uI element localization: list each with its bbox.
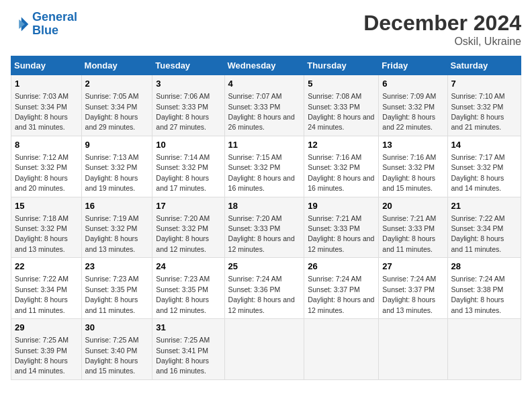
day-number: 24: [156, 261, 220, 273]
calendar-cell: 14Sunrise: 7:17 AMSunset: 3:32 PMDayligh…: [447, 136, 521, 197]
location-subtitle: Oskil, Ukraine: [363, 36, 521, 48]
sunrise: Sunrise: 7:20 AM: [228, 214, 282, 222]
sunset: Sunset: 3:32 PM: [85, 163, 138, 171]
sunrise: Sunrise: 7:23 AM: [85, 275, 139, 283]
sunset: Sunset: 3:33 PM: [228, 224, 281, 232]
calendar-body: 1Sunrise: 7:03 AMSunset: 3:34 PMDaylight…: [11, 75, 521, 380]
sunset: Sunset: 3:32 PM: [156, 163, 208, 171]
sunset: Sunset: 3:32 PM: [15, 224, 67, 232]
day-number: 5: [308, 78, 375, 90]
day-number: 18: [228, 200, 301, 212]
calendar-cell: [379, 319, 447, 380]
col-thursday: Thursday: [304, 56, 379, 75]
day-number: 9: [85, 139, 149, 151]
day-number: 1: [15, 78, 78, 90]
daylight: Daylight: 8 hours and 15 minutes.: [382, 174, 435, 192]
daylight: Daylight: 8 hours and 22 minutes.: [382, 113, 435, 131]
daylight: Daylight: 8 hours and 11 minutes.: [85, 295, 138, 314]
sunset: Sunset: 3:34 PM: [15, 103, 67, 111]
sunrise: Sunrise: 7:07 AM: [228, 92, 282, 100]
logo-text: General Blue: [32, 11, 77, 38]
daylight: Daylight: 8 hours and 12 minutes.: [308, 295, 374, 314]
sunset: Sunset: 3:41 PM: [156, 347, 208, 355]
calendar-row: 15Sunrise: 7:18 AMSunset: 3:32 PMDayligh…: [11, 197, 521, 258]
calendar-cell: 26Sunrise: 7:24 AMSunset: 3:37 PMDayligh…: [304, 258, 379, 319]
day-number: 31: [156, 322, 220, 334]
day-number: 23: [85, 261, 149, 273]
day-number: 12: [308, 139, 375, 151]
calendar-cell: 8Sunrise: 7:12 AMSunset: 3:32 PMDaylight…: [11, 136, 82, 197]
day-number: 11: [228, 139, 301, 151]
calendar-cell: 19Sunrise: 7:21 AMSunset: 3:33 PMDayligh…: [304, 197, 379, 258]
calendar-cell: 28Sunrise: 7:24 AMSunset: 3:38 PMDayligh…: [447, 258, 521, 319]
sunrise: Sunrise: 7:25 AM: [156, 336, 210, 344]
calendar-cell: 25Sunrise: 7:24 AMSunset: 3:36 PMDayligh…: [224, 258, 304, 319]
calendar-row: 29Sunrise: 7:25 AMSunset: 3:39 PMDayligh…: [11, 319, 521, 380]
daylight: Daylight: 8 hours and 15 minutes.: [85, 357, 138, 375]
daylight: Daylight: 8 hours and 12 minutes.: [156, 295, 209, 314]
sunrise: Sunrise: 7:24 AM: [451, 275, 505, 283]
calendar-cell: 23Sunrise: 7:23 AMSunset: 3:35 PMDayligh…: [81, 258, 152, 319]
daylight: Daylight: 8 hours and 20 minutes.: [15, 174, 68, 192]
col-saturday: Saturday: [447, 56, 521, 75]
sunset: Sunset: 3:33 PM: [228, 103, 281, 111]
daylight: Daylight: 8 hours and 13 minutes.: [15, 234, 68, 253]
sunset: Sunset: 3:32 PM: [382, 163, 435, 171]
calendar-cell: 13Sunrise: 7:16 AMSunset: 3:32 PMDayligh…: [379, 136, 447, 197]
daylight: Daylight: 8 hours and 12 minutes.: [228, 295, 295, 314]
calendar-cell: 10Sunrise: 7:14 AMSunset: 3:32 PMDayligh…: [152, 136, 224, 197]
day-number: 25: [228, 261, 301, 273]
calendar-row: 8Sunrise: 7:12 AMSunset: 3:32 PMDaylight…: [11, 136, 521, 197]
sunrise: Sunrise: 7:21 AM: [308, 214, 361, 222]
calendar-cell: 6Sunrise: 7:09 AMSunset: 3:32 PMDaylight…: [379, 75, 447, 136]
logo-line2: Blue: [32, 24, 58, 37]
col-friday: Friday: [379, 56, 447, 75]
calendar-cell: 18Sunrise: 7:20 AMSunset: 3:33 PMDayligh…: [224, 197, 304, 258]
calendar-cell: [447, 319, 521, 380]
daylight: Daylight: 8 hours and 14 minutes.: [15, 357, 68, 375]
sunset: Sunset: 3:37 PM: [308, 285, 360, 293]
sunset: Sunset: 3:33 PM: [308, 224, 360, 232]
sunset: Sunset: 3:40 PM: [85, 347, 138, 355]
calendar-cell: 12Sunrise: 7:16 AMSunset: 3:32 PMDayligh…: [304, 136, 379, 197]
sunrise: Sunrise: 7:05 AM: [85, 92, 139, 100]
daylight: Daylight: 8 hours and 11 minutes.: [15, 295, 68, 314]
day-number: 28: [451, 261, 517, 273]
sunset: Sunset: 3:35 PM: [156, 285, 208, 293]
sunset: Sunset: 3:35 PM: [85, 285, 138, 293]
sunrise: Sunrise: 7:24 AM: [308, 275, 361, 283]
calendar-cell: 1Sunrise: 7:03 AMSunset: 3:34 PMDaylight…: [11, 75, 82, 136]
daylight: Daylight: 8 hours and 24 minutes.: [308, 113, 374, 131]
sunset: Sunset: 3:36 PM: [228, 285, 281, 293]
sunrise: Sunrise: 7:23 AM: [156, 275, 210, 283]
sunrise: Sunrise: 7:18 AM: [15, 214, 69, 222]
day-number: 26: [308, 261, 375, 273]
calendar-cell: 22Sunrise: 7:22 AMSunset: 3:34 PMDayligh…: [11, 258, 82, 319]
daylight: Daylight: 8 hours and 26 minutes.: [228, 113, 295, 131]
calendar-cell: [304, 319, 379, 380]
sunrise: Sunrise: 7:19 AM: [85, 214, 139, 222]
day-number: 27: [382, 261, 443, 273]
day-number: 22: [15, 261, 78, 273]
daylight: Daylight: 8 hours and 27 minutes.: [156, 113, 209, 131]
daylight: Daylight: 8 hours and 19 minutes.: [85, 174, 138, 192]
sunset: Sunset: 3:33 PM: [382, 224, 435, 232]
daylight: Daylight: 8 hours and 16 minutes.: [308, 174, 374, 192]
sunrise: Sunrise: 7:03 AM: [15, 92, 69, 100]
sunrise: Sunrise: 7:24 AM: [228, 275, 282, 283]
sunset: Sunset: 3:38 PM: [451, 285, 504, 293]
sunset: Sunset: 3:34 PM: [451, 224, 504, 232]
sunset: Sunset: 3:32 PM: [451, 163, 504, 171]
sunrise: Sunrise: 7:09 AM: [382, 92, 436, 100]
day-number: 3: [156, 78, 220, 90]
day-number: 13: [382, 139, 443, 151]
sunrise: Sunrise: 7:16 AM: [382, 153, 436, 161]
day-number: 19: [308, 200, 375, 212]
sunrise: Sunrise: 7:25 AM: [15, 336, 69, 344]
day-number: 14: [451, 139, 517, 151]
calendar-cell: 9Sunrise: 7:13 AMSunset: 3:32 PMDaylight…: [81, 136, 152, 197]
daylight: Daylight: 8 hours and 13 minutes.: [85, 234, 138, 253]
day-number: 15: [15, 200, 78, 212]
sunrise: Sunrise: 7:22 AM: [15, 275, 69, 283]
calendar-cell: 21Sunrise: 7:22 AMSunset: 3:34 PMDayligh…: [447, 197, 521, 258]
